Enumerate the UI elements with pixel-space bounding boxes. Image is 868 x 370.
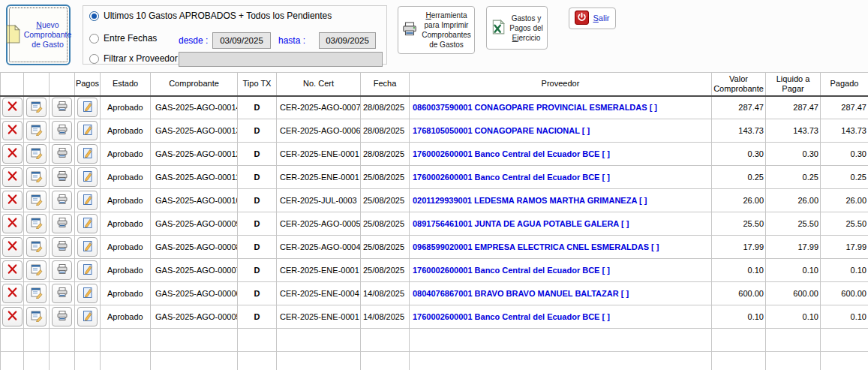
delete-row-button[interactable] <box>2 214 23 233</box>
print-row-button[interactable] <box>52 237 72 257</box>
desde-date-input[interactable] <box>212 32 271 49</box>
delete-row-button[interactable] <box>2 191 23 210</box>
delete-cell <box>1 282 24 305</box>
properties-form-icon <box>31 310 43 324</box>
pagos-row-button[interactable] <box>77 214 98 233</box>
fecha-cell: 14/08/2025 <box>361 305 410 329</box>
delete-row-button[interactable] <box>2 284 23 303</box>
delete-row-button[interactable] <box>2 98 23 117</box>
liquido-a-pagar-cell: 17.99 <box>766 236 821 259</box>
tipo-tx-cell: D <box>238 282 277 305</box>
pagos-row-button[interactable] <box>77 284 98 303</box>
pagos-row-button[interactable] <box>77 260 98 280</box>
pagos-row-button[interactable] <box>77 121 98 140</box>
proveedor-cell[interactable]: 1760002600001 Banco Central del Ecuador … <box>410 166 712 189</box>
proveedor-cell[interactable]: 0804076867001 BRAVO BRAVO MANUEL BALTAZA… <box>410 282 712 305</box>
print-row-button[interactable] <box>52 191 72 210</box>
empty-cell <box>277 352 361 370</box>
salir-button[interactable]: Salir <box>569 8 616 29</box>
radio-entre-fechas-option[interactable]: Entre Fechas <box>89 33 157 44</box>
estado-cell: Aprobado <box>101 282 151 305</box>
hasta-date-input[interactable] <box>319 32 376 49</box>
proveedor-cell[interactable]: 0968599020001 EMPRESA ELECTRICA CNEL ESM… <box>410 236 712 259</box>
expense-table: Pagos Estado Comprobante Tipo TX No. Cer… <box>0 72 868 370</box>
proveedor-cell[interactable]: 0860037590001 CONAGOPARE PROVINCIAL ESME… <box>410 96 712 119</box>
print-cell <box>50 305 75 329</box>
estado-cell: Aprobado <box>101 212 151 236</box>
edit-row-button[interactable] <box>26 237 47 257</box>
properties-form-icon <box>31 240 43 254</box>
nuevo-comprobante-button[interactable]: Nuevo Comprobante de Gasto <box>6 5 71 65</box>
gastos-pagos-ejercicio-button[interactable]: Gastos y Pagos del Ejercicio <box>486 6 548 50</box>
radio-entre-fechas-icon[interactable] <box>89 34 99 44</box>
edit-row-button[interactable] <box>26 167 47 187</box>
delete-row-button[interactable] <box>2 237 23 257</box>
printer-icon <box>56 124 68 138</box>
no-cert-cell: CER-2025-ENE-0001 <box>277 259 361 282</box>
properties-form-icon <box>31 217 43 231</box>
imprimir-comprobantes-button[interactable]: Herramienta para Imprimir Comprobantes d… <box>398 6 475 54</box>
proveedor-cell[interactable]: 1768105050001 CONAGOPARE NACIONAL [ ] <box>410 119 712 143</box>
empty-cell <box>277 329 361 352</box>
print-row-button[interactable] <box>52 214 72 233</box>
pagos-cell <box>75 212 101 236</box>
pagos-row-button[interactable] <box>77 237 98 257</box>
pagos-row-button[interactable] <box>77 144 98 164</box>
radio-filtrar-proveedor-icon[interactable] <box>89 54 99 64</box>
valor-comprobante-cell: 0.25 <box>712 166 766 189</box>
delete-row-button[interactable] <box>2 144 23 164</box>
pagos-row-button[interactable] <box>77 307 98 326</box>
valor-comprobante-cell: 26.00 <box>712 189 766 212</box>
edit-cell <box>24 305 50 329</box>
delete-cell <box>1 119 24 143</box>
edit-row-button[interactable] <box>26 284 47 303</box>
valor-comprobante-cell: 17.99 <box>712 236 766 259</box>
pagos-row-button[interactable] <box>77 167 98 187</box>
radio-filtrar-proveedor-option[interactable]: Filtrar x Proveedor <box>89 53 178 64</box>
proveedor-filter-input[interactable] <box>179 52 383 67</box>
edit-row-button[interactable] <box>26 191 47 210</box>
print-row-button[interactable] <box>52 307 72 326</box>
comprobante-cell: GAS-2025-AGO-00006 <box>151 282 238 305</box>
liquido-a-pagar-cell: 287.47 <box>766 96 821 119</box>
pagos-row-button[interactable] <box>77 98 98 117</box>
edit-row-button[interactable] <box>26 98 47 117</box>
col-header-tipo-tx: Tipo TX <box>238 73 277 96</box>
print-cell <box>50 189 75 212</box>
tipo-tx-cell: D <box>238 305 277 329</box>
edit-row-button[interactable] <box>26 260 47 280</box>
proveedor-cell[interactable]: 0201129939001 LEDESMA RAMOS MARTHA GRIMA… <box>410 189 712 212</box>
edit-row-button[interactable] <box>26 144 47 164</box>
proveedor-cell[interactable]: 1760002600001 Banco Central del Ecuador … <box>410 305 712 329</box>
radio-ultimos-option[interactable]: Ultimos 10 Gastos APROBADOS + Todos los … <box>89 11 332 21</box>
expense-row: Aprobado GAS-2025-AGO-00010 D CER-2025-J… <box>1 189 868 212</box>
proveedor-cell[interactable]: 1760002600001 Banco Central del Ecuador … <box>410 259 712 282</box>
delete-row-button[interactable] <box>2 307 23 326</box>
delete-cell <box>1 236 24 259</box>
print-row-button[interactable] <box>52 284 72 303</box>
pagos-row-button[interactable] <box>77 191 98 210</box>
print-row-button[interactable] <box>52 167 72 187</box>
delete-row-button[interactable] <box>2 260 23 280</box>
pagos-cell <box>75 282 101 305</box>
edit-row-button[interactable] <box>26 307 47 326</box>
comprobante-cell: GAS-2025-AGO-00005 <box>151 305 238 329</box>
red-x-delete-icon <box>7 217 18 230</box>
fecha-cell: 28/08/2025 <box>361 96 410 119</box>
print-row-button[interactable] <box>52 260 72 280</box>
no-cert-cell: CER-2025-ENE-0001 <box>277 305 361 329</box>
edit-row-button[interactable] <box>26 121 47 140</box>
radio-ultimos-icon[interactable] <box>89 11 99 21</box>
edit-row-button[interactable] <box>26 214 47 233</box>
tipo-tx-cell: D <box>238 119 277 143</box>
expense-row: Aprobado GAS-2025-AGO-00012 D CER-2025-E… <box>1 143 868 166</box>
delete-row-button[interactable] <box>2 167 23 187</box>
print-row-button[interactable] <box>52 121 72 140</box>
proveedor-cell[interactable]: 0891756461001 JUNTA DE AGUA POTABLE GALE… <box>410 212 712 236</box>
print-row-button[interactable] <box>52 144 72 164</box>
edit-cell <box>24 212 50 236</box>
delete-row-button[interactable] <box>2 121 23 140</box>
no-cert-cell: CER-2025-AGO-0007 <box>277 96 361 119</box>
print-row-button[interactable] <box>52 98 72 117</box>
proveedor-cell[interactable]: 1760002600001 Banco Central del Ecuador … <box>410 143 712 166</box>
